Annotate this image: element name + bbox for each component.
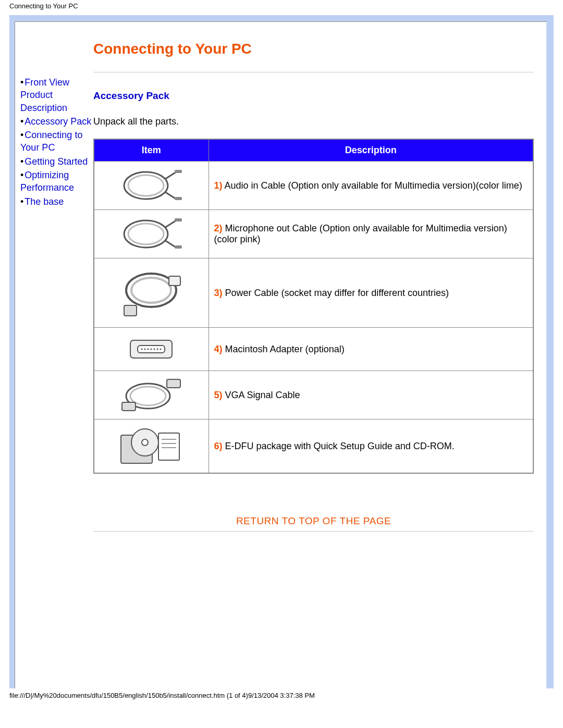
document-body: •Front View Product Description •Accesso… [15,21,546,688]
divider [93,72,534,72]
table-row: 3) Power Cable (socket may differ for di… [94,258,533,328]
item-desc-cell: 3) Power Cable (socket may differ for di… [209,258,533,328]
item-description: Macintosh Adapter (optional) [225,344,345,354]
item-image-cell [94,328,209,371]
svg-point-31 [142,439,148,446]
svg-point-18 [141,348,143,350]
svg-rect-11 [175,218,182,221]
col-header-desc: Description [209,139,533,162]
svg-rect-15 [169,276,180,286]
item-image-cell [94,371,209,419]
item-image-cell [94,162,209,210]
item-desc-cell: 4) Macintosh Adapter (optional) [209,328,533,371]
item-number: 4) [214,344,223,354]
audio-cable-icon [115,165,188,206]
return-to-top-link[interactable]: RETURN TO TOP OF THE PAGE [236,515,391,526]
sidebar-item-label: Connecting to Your PC [20,130,82,153]
sidebar-item-label: Optimizing Performance [20,170,74,193]
item-description: Microphone out Cable (Option only availa… [214,223,507,244]
bullet-icon: • [20,130,23,140]
item-desc-cell: 6) E-DFU package with Quick Setup Guide … [209,419,533,474]
browser-tab-title: Connecting to Your PC [0,0,563,15]
item-image-cell [94,210,209,258]
svg-point-13 [131,278,171,303]
page-title: Connecting to Your PC [93,41,534,57]
svg-point-20 [148,348,149,350]
col-header-item: Item [94,139,209,162]
bullet-icon: • [20,77,23,88]
svg-point-21 [151,348,152,350]
blue-frame: •Front View Product Description •Accesso… [9,15,554,688]
svg-line-2 [165,192,176,199]
item-description: E-DFU package with Quick Setup Guide and… [225,441,455,451]
svg-line-8 [165,240,176,248]
item-description: Power Cable (socket may differ for diffe… [225,288,449,298]
mac-adapter-icon [115,331,188,367]
svg-rect-9 [175,245,182,249]
item-number: 2) [214,223,223,233]
sidebar-item-connecting[interactable]: •Connecting to Your PC [20,129,93,154]
sidebar-item-label: The base [25,196,64,207]
svg-point-7 [128,224,164,244]
sidebar-nav: •Front View Product Description •Accesso… [15,41,93,209]
svg-line-10 [165,220,176,228]
sidebar-item-optimizing[interactable]: •Optimizing Performance [20,169,93,194]
table-row: 2) Microphone out Cable (Option only ava… [94,210,533,258]
svg-rect-5 [175,170,182,173]
item-description: Audio in Cable (Option only available fo… [225,180,522,191]
vga-cable-icon [115,374,188,416]
section-intro: Unpack all the parts. [93,116,534,127]
page-outer: •Front View Product Description •Accesso… [9,15,554,688]
item-image-cell [94,419,209,474]
bullet-icon: • [20,156,23,167]
svg-point-24 [160,348,162,350]
sidebar-item-front-view[interactable]: •Front View Product Description [20,76,93,114]
section-heading: Accessory Pack [93,90,534,102]
item-description: VGA Signal Cable [225,390,300,400]
item-number: 3) [214,288,223,298]
table-row: 5) VGA Signal Cable [94,371,533,419]
table-row: 4) Macintosh Adapter (optional) [94,328,533,371]
item-desc-cell: 5) VGA Signal Cable [209,371,533,419]
item-desc-cell: 1) Audio in Cable (Option only available… [209,162,533,210]
bullet-icon: • [20,170,23,180]
table-row: 6) E-DFU package with Quick Setup Guide … [94,419,533,474]
sidebar-item-label: Getting Started [25,156,88,167]
sidebar-item-the-base[interactable]: •The base [20,195,93,208]
svg-rect-28 [167,379,180,388]
item-number: 6) [214,441,223,451]
svg-point-6 [124,220,168,248]
svg-rect-27 [122,402,136,411]
sidebar-item-label: Front View Product Description [20,77,69,113]
power-cable-icon [115,262,188,324]
item-desc-cell: 2) Microphone out Cable (Option only ava… [209,210,533,258]
return-to-top: RETURN TO TOP OF THE PAGE [93,515,534,527]
svg-rect-3 [175,197,182,200]
bullet-icon: • [20,116,23,127]
item-number: 5) [214,390,223,400]
sidebar-item-label: Accessory Pack [25,116,91,127]
divider [93,531,534,532]
svg-rect-32 [158,433,179,460]
table-row: 1) Audio in Cable (Option only available… [94,162,533,210]
bullet-icon: • [20,196,23,207]
table-header-row: Item Description [94,139,533,162]
svg-point-22 [154,348,155,350]
item-image-cell [94,258,209,328]
sidebar-item-getting-started[interactable]: •Getting Started [20,155,93,168]
svg-point-23 [157,348,158,350]
sidebar-item-accessory-pack[interactable]: •Accessory Pack [20,115,93,128]
svg-point-19 [144,348,146,350]
edfu-package-icon [115,423,188,470]
item-number: 1) [214,180,223,191]
main-content: Connecting to Your PC Accessory Pack Unp… [93,41,536,542]
svg-rect-14 [124,305,137,316]
svg-line-4 [165,172,176,179]
svg-point-0 [124,172,168,199]
svg-point-1 [128,175,164,196]
footer-file-path: file:///D|/My%20documents/dfu/150B5/engl… [0,688,563,705]
accessory-table: Item Description [93,139,534,474]
mic-cable-icon [115,213,188,255]
